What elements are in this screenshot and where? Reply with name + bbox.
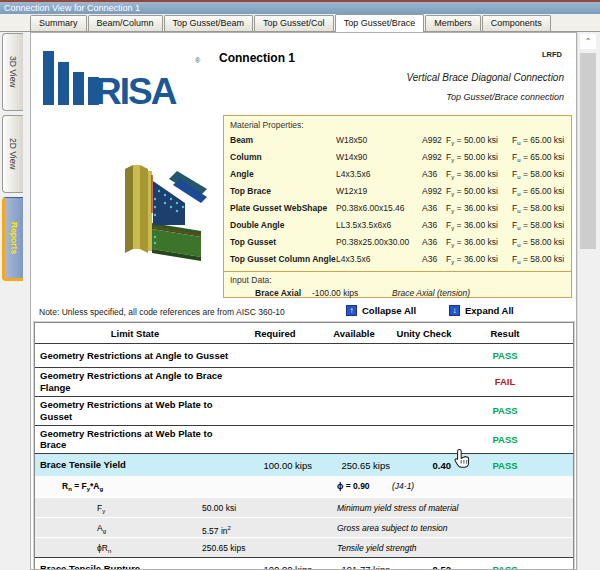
limit-state-required: 100.00 kips	[235, 564, 315, 570]
limit-state-row-geometry-restrictions-at-web-plate-to-brace[interactable]: Geometry Restrictions at Web Plate to Br…	[35, 425, 573, 454]
connection-type-subtitle: Vertical Brace Diagonal Connection	[407, 72, 565, 83]
material-shape: L4x3.5x6	[336, 166, 371, 183]
input-data-title: Input Data:	[224, 272, 571, 286]
material-row-top-gusset: Top GussetP0.38x25.00x30.00A36Fy = 36.00…	[224, 234, 571, 251]
material-label: Double Angle	[230, 217, 284, 234]
formula-row: Rn = Fy*Agϕ = 0.90(J4-1)	[35, 476, 573, 497]
tab-top-gusset-beam[interactable]: Top Gusset/Beam	[164, 15, 254, 31]
material-row-top-gusset-column-angle: Top Gusset Column AngleL4x3.5x6A36Fy = 3…	[224, 251, 571, 268]
scrollbar-up-icon[interactable]: ⌃	[580, 34, 596, 49]
expand-all-button[interactable]: ↓ Expand All	[449, 305, 514, 316]
side-tab-rail: 3D View2D ViewReports	[0, 32, 30, 570]
material-shape: LL3.5x3.5x6x6	[336, 217, 391, 234]
limit-state-row-brace-tensile-yield[interactable]: Brace Tensile Yield100.00 kips250.65 kip…	[35, 453, 573, 476]
side-tab-reports[interactable]: Reports	[2, 197, 23, 281]
material-label: Column	[230, 149, 262, 166]
material-row-angle: AngleL4x3.5x6A36Fy = 36.00 ksiFu = 58.00…	[224, 166, 571, 183]
risa-logo: RISA ®	[43, 49, 213, 111]
limit-state-result: PASS	[455, 460, 555, 471]
limit-state-name: Geometry Restrictions at Angle to Gusset	[35, 348, 235, 364]
limit-state-name: Geometry Restrictions at Angle to Brace …	[35, 368, 235, 396]
tab-members[interactable]: Members	[425, 15, 481, 31]
limit-state-name: Geometry Restrictions at Web Plate to Br…	[35, 426, 235, 454]
brace-axial-value: -100.00 kips	[312, 286, 358, 301]
material-grade: A36	[422, 166, 437, 183]
input-data-row: Brace Axial -100.00 kips Brace Axial (te…	[224, 286, 571, 301]
code-reference-note-row: Note: Unless specified, all code referen…	[31, 304, 577, 320]
limit-state-name: Brace Tensile Yield	[35, 457, 235, 473]
registered-mark: ®	[195, 57, 200, 64]
side-tab-label: Reports	[9, 222, 19, 254]
material-label: Plate Gusset WebShape	[230, 200, 327, 217]
brace-axial-note: Brace Axial (tension)	[392, 286, 470, 301]
scrollbar-thumb[interactable]	[580, 53, 596, 249]
material-properties-title: Material Properties:	[224, 116, 571, 132]
material-row-top-brace: Top BraceW12x19A992Fy = 50.00 ksiFu = 65…	[224, 183, 571, 200]
limit-state-available: 191.77 kips	[315, 564, 393, 570]
report-panel: RISA ® Connection 1 LRFD Vertical Brace …	[30, 32, 577, 570]
material-fu: Fu = 58.00 ksi	[512, 251, 564, 271]
tab-top-gusset-brace[interactable]: Top Gusset/Brace	[335, 14, 425, 32]
material-grade: A36	[422, 217, 437, 234]
detail-row: ϕRn250.65 kipsTensile yield strength	[35, 537, 573, 557]
collapse-all-label: Collapse All	[362, 305, 416, 316]
connection-3d-render	[73, 151, 218, 286]
tab-top-gusset-col[interactable]: Top Gusset/Col	[254, 15, 334, 31]
material-shape: P0.38x25.00x30.00	[336, 234, 409, 251]
window-titlebar[interactable]: Connection View for Connection 1	[0, 0, 600, 14]
limit-state-row-geometry-restrictions-at-angle-to-gusset[interactable]: Geometry Restrictions at Angle to Gusset…	[35, 344, 573, 367]
detail-description: Tensile yield strength	[337, 538, 417, 558]
limit-state-result: PASS	[455, 350, 555, 361]
material-properties-panel: Material Properties: BeamW18x50A992Fy = …	[223, 115, 572, 298]
window-title: Connection View for Connection 1	[4, 3, 140, 13]
vertical-scrollbar[interactable]: ⌃	[577, 32, 597, 570]
side-tab-2d-view[interactable]: 2D View	[2, 115, 23, 193]
collapse-all-button[interactable]: ↑ Collapse All	[346, 305, 416, 316]
limit-state-name: Brace Tensile Rupture	[35, 561, 235, 570]
tab-components[interactable]: Components	[482, 15, 551, 31]
risa-logo-text: RISA	[95, 71, 175, 113]
tab-strip: SummaryBeam/ColumnTop Gusset/BeamTop Gus…	[0, 14, 600, 32]
detail-row: Fy50.00 ksiMinimum yield stress of mater…	[35, 497, 573, 517]
material-grade: A992	[422, 149, 442, 166]
tab-beam-column[interactable]: Beam/Column	[88, 15, 163, 31]
risa-logo-bars-icon	[43, 51, 103, 105]
detail-description: Gross area subject to tension	[337, 518, 448, 538]
header-result: Result	[455, 328, 555, 339]
material-fy: Fy = 36.00 ksi	[446, 251, 498, 271]
detail-symbol: ϕRn	[97, 538, 111, 561]
material-grade: A992	[422, 132, 442, 149]
limit-state-result: PASS	[455, 434, 555, 445]
brace-axial-label: Brace Axial	[255, 286, 301, 301]
material-shape: W18x50	[336, 132, 367, 149]
detail-description: Minimum yield stress of material	[337, 498, 458, 518]
limit-state-result: PASS	[455, 564, 555, 570]
material-grade: A36	[422, 200, 437, 217]
material-shape: W12x19	[336, 183, 367, 200]
limit-state-row-geometry-restrictions-at-angle-to-brace-flange[interactable]: Geometry Restrictions at Angle to Brace …	[35, 367, 573, 396]
material-row-double-angle: Double AngleLL3.5x3.5x6x6A36Fy = 36.00 k…	[224, 217, 571, 234]
limit-state-name: Geometry Restrictions at Web Plate to Gu…	[35, 397, 235, 425]
detail-row: Ag5.57 in2Gross area subject to tension	[35, 517, 573, 537]
limit-state-results-table: Limit State Required Available Unity Che…	[34, 322, 574, 570]
material-grade: A36	[422, 251, 437, 268]
side-tab-3d-view[interactable]: 3D View	[2, 33, 23, 111]
connection-part-subtitle: Top Gusset/Brace connection	[446, 92, 564, 102]
expand-all-icon: ↓	[449, 305, 460, 316]
input-data-section: Input Data: Brace Axial -100.00 kips Bra…	[224, 271, 571, 301]
connection-title: Connection 1	[219, 51, 295, 65]
material-label: Top Brace	[230, 183, 271, 200]
limit-state-result: PASS	[455, 405, 555, 416]
material-row-plate-gusset-webshape: Plate Gusset WebShapeP0.38x6.00x15.46A36…	[224, 200, 571, 217]
material-shape: P0.38x6.00x15.46	[336, 200, 405, 217]
code-reference-note: Note: Unless specified, all code referen…	[39, 307, 285, 317]
tab-summary[interactable]: Summary	[30, 15, 87, 31]
limit-state-row-brace-tensile-rupture[interactable]: Brace Tensile Rupture100.00 kips191.77 k…	[35, 557, 573, 570]
limit-state-unity-check: 0.52	[393, 564, 455, 570]
material-grade: A992	[422, 183, 442, 200]
material-label: Top Gusset	[230, 234, 276, 251]
material-label: Top Gusset Column Angle	[230, 251, 336, 268]
app-window: Connection View for Connection 1 Summary…	[0, 0, 600, 570]
limit-state-row-geometry-restrictions-at-web-plate-to-gusset[interactable]: Geometry Restrictions at Web Plate to Gu…	[35, 396, 573, 425]
header-available: Available	[315, 328, 393, 339]
